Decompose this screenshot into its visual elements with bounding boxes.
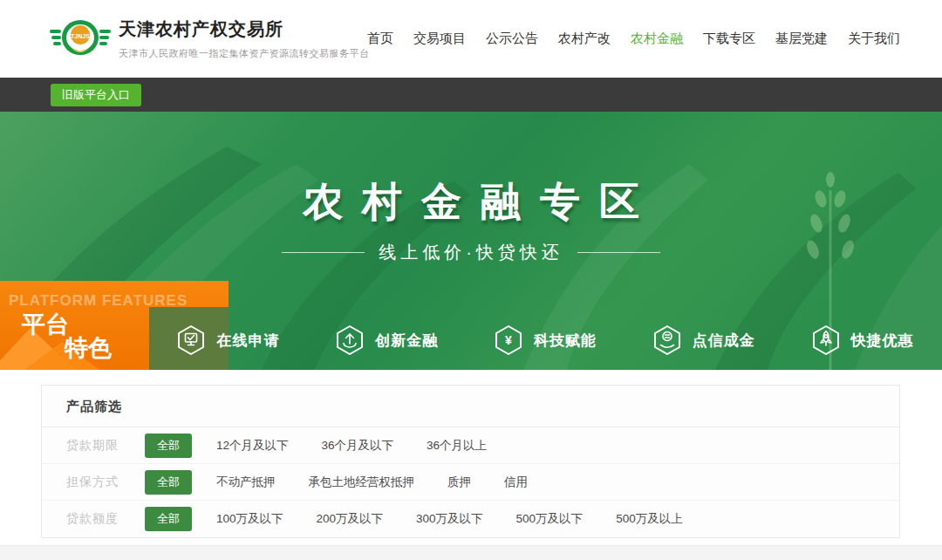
filter-label: 贷款额度 — [66, 511, 145, 527]
svg-text:¥: ¥ — [505, 333, 512, 347]
svg-text:TJNJS: TJNJS — [71, 33, 90, 39]
feature-tab[interactable]: ¥ 科技赋能 — [467, 311, 625, 370]
old-platform-button[interactable]: 旧版平台入口 — [51, 84, 141, 106]
filter-all-button[interactable]: 全部 — [145, 434, 192, 458]
topbar: 旧版平台入口 — [0, 78, 942, 112]
filter-option[interactable]: 信用 — [504, 475, 528, 490]
feature-tab[interactable]: 创新金融 — [308, 311, 467, 370]
filter-card-title: 产品筛选 — [42, 386, 899, 427]
filter-label: 贷款期限 — [66, 438, 145, 454]
yen-icon: ¥ — [495, 324, 522, 356]
subtitle-line-left — [282, 252, 365, 253]
filter-option[interactable]: 200万及以下 — [317, 511, 384, 527]
filter-option[interactable]: 12个月及以下 — [216, 438, 289, 454]
nav-item-projects[interactable]: 交易项目 — [413, 31, 466, 47]
filter-all-button[interactable]: 全部 — [145, 507, 192, 531]
subtitle-line-right — [577, 252, 660, 253]
filter-option[interactable]: 36个月及以下 — [322, 438, 394, 454]
monitor-check-icon — [177, 324, 205, 356]
banner-title: 农村金融专区 — [0, 175, 942, 229]
filter-row: 贷款额度 全部 100万及以下200万及以下300万及以下500万及以下500万… — [42, 501, 899, 537]
filter-options: 12个月及以下36个月及以下36个月以上 — [216, 438, 520, 454]
filter-option[interactable]: 500万及以下 — [516, 511, 584, 527]
coin-hand-icon — [653, 324, 681, 356]
filter-rows: 贷款期限 全部 12个月及以下36个月及以下36个月以上 担保方式 全部 不动产… — [42, 427, 899, 537]
filter-options: 100万及以下200万及以下300万及以下500万及以下500万及以上 — [216, 511, 716, 527]
platform-features-cn-line2: 特色 — [65, 332, 112, 364]
finance-banner: 农村金融专区 线上低价·快贷快还 PLATFORM FEATURES 平台 特色… — [0, 112, 942, 370]
filter-option[interactable]: 100万及以下 — [216, 511, 283, 527]
footer-band — [0, 545, 942, 560]
filter-option[interactable]: 质押 — [447, 475, 471, 490]
nav-item-about[interactable]: 关于我们 — [848, 31, 900, 47]
feature-tab[interactable]: 快捷优惠 — [783, 311, 942, 370]
cloud-growth-icon — [336, 324, 364, 356]
nav-item-home[interactable]: 首页 — [367, 31, 393, 47]
nav-item-party[interactable]: 基层党建 — [775, 31, 828, 47]
site-header: TJNJS 天津农村产权交易所 天津市人民政府唯一指定集体资产资源流转交易服务平… — [0, 0, 942, 78]
filter-row: 贷款期限 全部 12个月及以下36个月及以下36个月以上 — [42, 427, 899, 464]
site-title: 天津农村产权交易所 — [119, 17, 370, 41]
logo-emblem-icon: TJNJS — [50, 14, 111, 63]
platform-features-cn-line1: 平台 — [22, 309, 69, 340]
site-logo[interactable]: TJNJS 天津农村产权交易所 天津市人民政府唯一指定集体资产资源流转交易服务平… — [50, 14, 370, 63]
filter-option[interactable]: 承包土地经营权抵押 — [309, 475, 415, 490]
banner-subtitle-text: 线上低价·快贷快还 — [379, 241, 563, 264]
filter-option[interactable]: 36个月以上 — [427, 438, 487, 454]
banner-subtitle: 线上低价·快贷快还 — [0, 241, 942, 264]
filter-option[interactable]: 300万及以下 — [416, 511, 483, 527]
rocket-icon — [812, 324, 840, 356]
nav-item-notices[interactable]: 公示公告 — [486, 31, 538, 47]
feature-tab-strip: 在线申请 创新金融 ¥ 科技赋能 点信成金 快捷优惠 — [149, 311, 942, 370]
filter-options: 不动产抵押承包土地经营权抵押质押信用 — [216, 475, 561, 490]
filter-option[interactable]: 不动产抵押 — [216, 475, 276, 490]
filter-label: 担保方式 — [66, 475, 145, 490]
main-nav: 首页交易项目公示公告农村产改农村金融下载专区基层党建关于我们 — [347, 0, 900, 78]
filter-row: 担保方式 全部 不动产抵押承包土地经营权抵押质押信用 — [42, 464, 899, 501]
product-filter-card: 产品筛选 贷款期限 全部 12个月及以下36个月及以下36个月以上 担保方式 全… — [41, 385, 900, 538]
feature-tab[interactable]: 在线申请 — [149, 311, 308, 370]
site-subtitle: 天津市人民政府唯一指定集体资产资源流转交易服务平台 — [119, 47, 370, 60]
filter-all-button[interactable]: 全部 — [145, 470, 192, 495]
nav-item-downloads[interactable]: 下载专区 — [703, 31, 755, 47]
nav-item-reform[interactable]: 农村产改 — [558, 31, 611, 47]
feature-tab[interactable]: 点信成金 — [625, 311, 783, 370]
nav-item-finance[interactable]: 农村金融 — [631, 31, 683, 47]
filter-option[interactable]: 500万及以上 — [616, 511, 683, 527]
